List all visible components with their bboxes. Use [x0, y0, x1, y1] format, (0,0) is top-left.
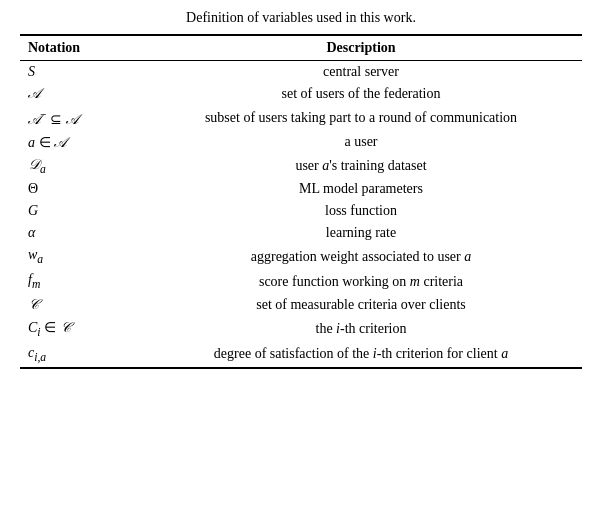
table-row: fmscore function working on m criteria: [20, 269, 582, 294]
notation-cell: fm: [20, 269, 140, 294]
description-cell: central server: [140, 61, 582, 84]
notation-cell: Ci ∈ 𝒞: [20, 316, 140, 342]
description-cell: a user: [140, 131, 582, 154]
table-row: αlearning rate: [20, 222, 582, 244]
variables-table: Notation Description Scentral server𝒜set…: [20, 34, 582, 369]
description-header: Description: [140, 35, 582, 61]
table-header-row: Notation Description: [20, 35, 582, 61]
table-row: Scentral server: [20, 61, 582, 84]
description-cell: the i-th criterion: [140, 316, 582, 342]
table-row: a ∈ 𝒜a user: [20, 131, 582, 154]
table-row: ci,adegree of satisfaction of the i-th c…: [20, 342, 582, 368]
description-cell: degree of satisfaction of the i-th crite…: [140, 342, 582, 368]
notation-cell: Θ: [20, 178, 140, 200]
notation-cell: α: [20, 222, 140, 244]
table-container: Definition of variables used in this wor…: [20, 10, 582, 369]
notation-cell: ci,a: [20, 342, 140, 368]
description-cell: set of measurable criteria over clients: [140, 294, 582, 316]
table-row: 𝒟auser a's training dataset: [20, 154, 582, 179]
description-cell: learning rate: [140, 222, 582, 244]
description-cell: user a's training dataset: [140, 154, 582, 179]
description-cell: score function working on m criteria: [140, 269, 582, 294]
notation-header: Notation: [20, 35, 140, 61]
table-row: waaggregation weight associated to user …: [20, 244, 582, 269]
description-cell: subset of users taking part to a round o…: [140, 105, 582, 131]
notation-cell: S: [20, 61, 140, 84]
table-row: Ci ∈ 𝒞the i-th criterion: [20, 316, 582, 342]
notation-cell: 𝒟a: [20, 154, 140, 179]
notation-cell: 𝒜: [20, 83, 140, 105]
notation-cell: 𝒞: [20, 294, 140, 316]
table-caption: Definition of variables used in this wor…: [20, 10, 582, 26]
notation-cell: G: [20, 200, 140, 222]
description-cell: set of users of the federation: [140, 83, 582, 105]
table-row: ΘML model parameters: [20, 178, 582, 200]
notation-cell: a ∈ 𝒜: [20, 131, 140, 154]
description-cell: ML model parameters: [140, 178, 582, 200]
table-row: 𝒜− ⊆ 𝒜subset of users taking part to a r…: [20, 105, 582, 131]
table-row: 𝒞set of measurable criteria over clients: [20, 294, 582, 316]
table-row: Gloss function: [20, 200, 582, 222]
notation-cell: wa: [20, 244, 140, 269]
notation-cell: 𝒜− ⊆ 𝒜: [20, 105, 140, 131]
table-footer-row: [20, 368, 582, 369]
table-row: 𝒜set of users of the federation: [20, 83, 582, 105]
description-cell: aggregation weight associated to user a: [140, 244, 582, 269]
description-cell: loss function: [140, 200, 582, 222]
